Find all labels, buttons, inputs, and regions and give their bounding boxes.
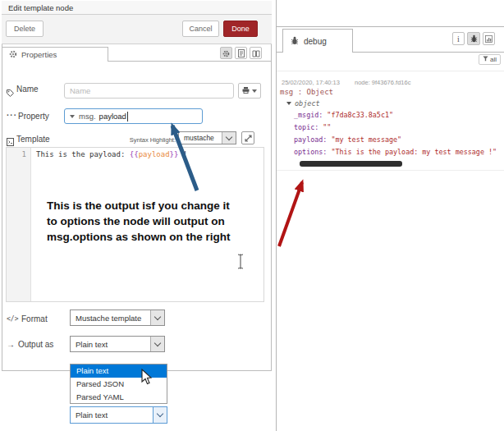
- editor-line-number: 1: [7, 150, 26, 158]
- collapse-caret-icon[interactable]: [286, 102, 291, 105]
- printer-icon: [242, 87, 250, 95]
- chevron-down-icon: [222, 132, 236, 144]
- tab-debug-label: debug: [304, 37, 327, 46]
- debug-object-root[interactable]: object: [295, 99, 320, 108]
- dashboard-button[interactable]: [483, 32, 495, 45]
- chevron-down-icon: [150, 337, 164, 351]
- tab-properties-label: Properties: [21, 50, 57, 59]
- ibeam-cursor-icon: [236, 254, 245, 273]
- chevron-down-icon: [150, 310, 164, 325]
- ellipsis-icon: ···: [7, 111, 17, 120]
- bottom-output-select[interactable]: Plain text: [70, 406, 167, 424]
- debug-key: options:: [294, 148, 327, 156]
- node-appearance-button[interactable]: [250, 47, 262, 59]
- property-label: Property: [18, 112, 49, 121]
- expand-icon: [245, 131, 252, 145]
- property-type-prefix: msg.: [79, 112, 96, 121]
- delete-button[interactable]: Delete: [6, 21, 44, 37]
- annotation-line-1: This is the output isf you change it: [47, 199, 230, 212]
- document-icon: [238, 46, 245, 61]
- cancel-button[interactable]: Cancel: [182, 21, 219, 37]
- dialog-title: Edit template node: [8, 3, 73, 12]
- format-select[interactable]: Mustache template: [70, 309, 165, 326]
- expand-editor-button[interactable]: [241, 131, 254, 144]
- debug-entry-payload: payload: "my test message": [294, 135, 401, 144]
- tab-properties[interactable]: Properties: [2, 47, 108, 62]
- debug-value: "": [323, 123, 331, 131]
- bug-icon: [470, 31, 478, 46]
- node-properties-button[interactable]: [220, 47, 232, 59]
- text-cursor: [127, 112, 128, 122]
- debug-toolbar-border: [277, 71, 504, 71]
- debug-value: "This is the payload: my test message !": [331, 148, 497, 156]
- tag-icon: [7, 85, 14, 100]
- debug-panel-top-border: [277, 26, 504, 27]
- name-input-placeholder: Name: [70, 86, 90, 95]
- gear-icon: [222, 46, 230, 61]
- info-button[interactable]: i: [452, 32, 465, 45]
- name-label: Name: [16, 85, 39, 94]
- code-brackets-icon: </>: [7, 315, 18, 323]
- code-open-brace: {{: [130, 150, 139, 158]
- book-icon: [252, 46, 260, 61]
- debug-sidebar-button[interactable]: [467, 32, 480, 45]
- debug-value: "f7da8c33.8a5c1": [327, 111, 393, 119]
- arrow-right-icon: →: [7, 340, 15, 349]
- chevron-down-icon: [153, 407, 167, 423]
- funnel-icon: [483, 56, 488, 63]
- format-label: Format: [21, 314, 48, 323]
- format-value: Mustache template: [71, 314, 150, 323]
- annotation-line-2: to options the node will output on: [47, 215, 225, 227]
- debug-entry-msgid: _msgid: "f7da8c33.8a5c1": [294, 111, 393, 119]
- node-description-button[interactable]: [235, 47, 247, 59]
- template-label: Template: [16, 135, 50, 144]
- debug-entry-options: options: "This is the payload: my test m…: [294, 148, 497, 156]
- page: { "dialog": { "title": "Edit template no…: [0, 0, 504, 431]
- debug-message-header: msg : Object: [280, 88, 333, 96]
- output-as-value: Plain text: [71, 340, 150, 349]
- debug-message-border: [277, 170, 504, 171]
- debug-filter-label: all: [490, 56, 497, 63]
- code-text: This is the payload:: [36, 150, 130, 158]
- name-input[interactable]: Name: [64, 83, 234, 99]
- output-as-label: Output as: [18, 340, 53, 349]
- red-arrow-annotation: [271, 172, 316, 254]
- bottom-output-value: Plain text: [71, 410, 153, 420]
- editor-gutter: [7, 148, 31, 301]
- output-as-select[interactable]: Plain text: [70, 336, 165, 352]
- gear-icon: [9, 50, 17, 60]
- chevron-down-icon: [70, 115, 75, 118]
- chevron-down-icon: [252, 89, 257, 93]
- debug-message-node-id: node: 9f43676.fd16c: [355, 79, 410, 86]
- debug-message-timestamp: 25/02/2020, 17:40:13: [282, 79, 340, 86]
- property-value: payload: [99, 112, 126, 121]
- label-icon-button[interactable]: [238, 83, 261, 99]
- debug-key: topic:: [294, 123, 318, 131]
- mouse-cursor-icon: [141, 369, 153, 389]
- highlight-bar-annotation: [300, 161, 402, 167]
- info-icon: i: [457, 34, 460, 44]
- debug-entry-topic: topic: "": [294, 123, 331, 131]
- debug-key: _msgid:: [294, 111, 323, 119]
- debug-key: payload:: [294, 135, 327, 144]
- tab-debug[interactable]: debug: [282, 29, 353, 53]
- debug-filter-button[interactable]: all: [479, 54, 501, 65]
- bar-chart-icon: [485, 31, 493, 46]
- annotation-line-3: msg.options as shown on the right: [47, 231, 231, 243]
- debug-value: "my test message": [331, 135, 401, 144]
- done-button[interactable]: Done: [223, 21, 258, 37]
- dropdown-item-parsed-yaml[interactable]: Parsed YAML: [71, 391, 167, 404]
- bug-icon: [291, 36, 299, 47]
- blue-arrow-annotation: [161, 115, 207, 200]
